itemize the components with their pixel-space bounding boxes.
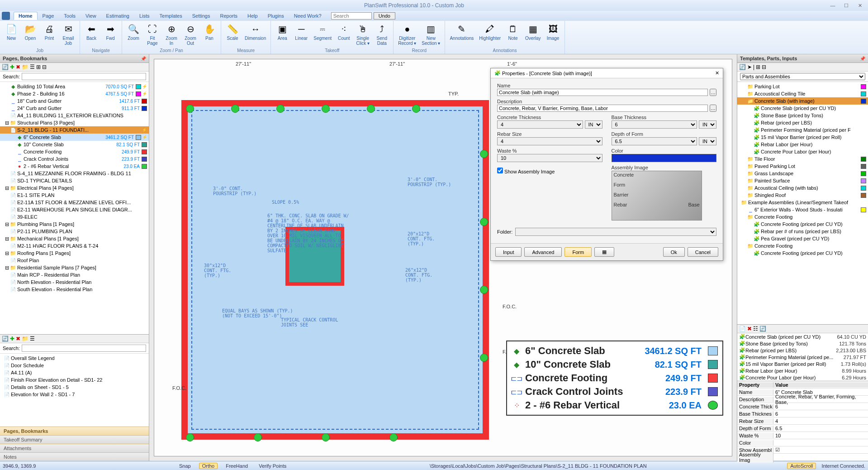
ribbon-fwd-button[interactable]: ➡Fwd (102, 22, 119, 42)
tree-row[interactable]: 2 - #6 Rebar Vertical23.0 EA (0, 163, 149, 170)
tree-row[interactable]: 🧩Concrete Footing (priced per CU YD) (737, 249, 868, 257)
tree-row[interactable]: 10" Concrete Slab82.1 SQ FT (0, 141, 149, 148)
ribbon-single-click--button[interactable]: 🖱Single Click ▾ (354, 22, 371, 47)
collapse-icon[interactable]: ⊟ (762, 64, 766, 70)
folder-icon[interactable]: 📁 (22, 336, 28, 342)
refresh-icon[interactable]: 🔄 (2, 64, 9, 70)
part-row[interactable]: 🧩 15 mil Vapor Barrier (priced per Roll)… (737, 360, 868, 367)
tree-row[interactable]: 🧩15 mil Vapor Barrier (priced per Roll) (737, 134, 868, 141)
menu-tab-estimating[interactable]: Estimating (101, 12, 134, 20)
tree-row[interactable]: 6" Concrete Slab3461.2 SQ FT⚡ (0, 134, 149, 141)
folder-select[interactable] (515, 228, 716, 236)
close-button[interactable]: ✕ (854, 2, 866, 9)
props-icon[interactable]: ☷ (753, 326, 758, 332)
freehand-toggle[interactable]: FreeHand (223, 463, 251, 469)
refresh-icon[interactable]: 🔄 (759, 326, 766, 332)
property-row[interactable]: Base Thicknes6 (737, 410, 868, 417)
tree-row[interactable]: Main RCP - Residential Plan (0, 271, 149, 278)
bookmarks-search-input[interactable] (22, 345, 146, 352)
tree-row[interactable]: 🧩Rebar Labor (per Hour) (737, 141, 868, 148)
tree-row[interactable]: ⊟Residential Sample Plans [7 Pages] (0, 264, 149, 271)
delete-icon[interactable]: ✖ (747, 326, 752, 332)
part-row[interactable]: 🧩 Rebar Labor (per Hour)8.99 Hours (737, 367, 868, 374)
expand-icon[interactable]: ⊞ (756, 64, 760, 70)
ribbon-highlighter-button[interactable]: 🖍Highlighter (477, 22, 503, 42)
accordion-attachments[interactable]: Attachments (0, 444, 149, 452)
ribbon-send-data-button[interactable]: ⤴Send Data (373, 22, 390, 47)
layout-button[interactable]: ▦ (594, 247, 614, 257)
new-icon[interactable]: 📄 (739, 326, 746, 332)
ribbon-digitizer-record--button[interactable]: ●Digitizer Record ▾ (396, 22, 418, 47)
maximize-button[interactable]: ☐ (840, 2, 853, 9)
color-picker[interactable] (612, 154, 717, 162)
cancel-button[interactable]: Cancel (688, 247, 718, 257)
tree-row[interactable]: 🧩Pea Gravel (priced per CU YD) (737, 235, 868, 242)
df-unit-select[interactable]: IN (699, 137, 716, 145)
snap-toggle[interactable]: Snap (176, 463, 194, 469)
part-row[interactable]: 🧩 Perimeter Forming Material (priced pe.… (737, 354, 868, 360)
ribbon-zoom-in-button[interactable]: ⊕Zoom In (163, 22, 180, 47)
tree-row[interactable]: 18" Curb and Gutter1417.6 FT (0, 97, 149, 105)
tree-row[interactable]: Tile Floor (737, 155, 868, 163)
accordion-notes[interactable]: Notes (0, 452, 149, 461)
menu-tab-page[interactable]: Page (38, 12, 59, 20)
tree-row[interactable]: 🧩Concrete Footing (priced per CU YD) (737, 221, 868, 228)
ribbon-image-button[interactable]: 🖼Image (545, 22, 562, 42)
assembly-root-select[interactable]: Parts and Assemblies (740, 73, 865, 80)
tree-row[interactable]: ⊟Structural Plans [3 Pages] (0, 119, 149, 126)
tree-row[interactable]: South Elevation - Residential Plan (0, 286, 149, 293)
part-row[interactable]: 🧩 Concrete Pour Labor (per Hour)6.29 Hou… (737, 374, 868, 381)
tree-row[interactable]: Concrete Footing (737, 242, 868, 249)
tree-row[interactable]: E2-11 WAREHOUSE PLAN SINGLE LINE DIAGR..… (0, 206, 149, 213)
name-more[interactable]: … (710, 89, 716, 96)
advanced-tab-button[interactable]: Advanced (524, 247, 562, 257)
tree-row[interactable]: ⊟Mechanical Plans [1 Pages] (0, 235, 149, 242)
ribbon-pan-button[interactable]: ✋Pan (201, 22, 218, 42)
ribbon-scale-button[interactable]: 📏Scale (224, 22, 241, 42)
part-row[interactable]: 🧩 Concrete Slab (priced per CU YD)64.10 … (737, 333, 868, 340)
pages-tree[interactable]: Building 10 Total Area7070.0 SQ FT⚡Phase… (0, 82, 149, 334)
collapse-icon[interactable]: ⊟ (42, 64, 47, 70)
menu-tab-view[interactable]: View (81, 12, 101, 20)
menu-tab-reports[interactable]: Reports (215, 12, 242, 20)
tree-row[interactable]: Parking Lot (737, 83, 868, 90)
ribbon-dimension-button[interactable]: ↔Dimension (243, 22, 268, 42)
tree-row[interactable]: Concrete Footing249.9 FT (0, 148, 149, 155)
input-tab-button[interactable]: Input (495, 247, 522, 257)
props-icon[interactable]: ☰ (30, 64, 35, 70)
description-field[interactable] (497, 105, 708, 112)
tree-row[interactable]: 🧩Rebar per # of runs (priced per LBS) (737, 228, 868, 235)
tree-row[interactable]: Grass Landscape (737, 170, 868, 177)
expand-icon[interactable]: ⊞ (36, 64, 41, 70)
tree-row[interactable]: Paved Parking Lot (737, 163, 868, 170)
ok-button[interactable]: Ok (663, 247, 685, 257)
tree-row[interactable]: ⊟Roofing Plans [1 Pages] (0, 249, 149, 257)
ribbon-area-button[interactable]: ▣Area (274, 22, 291, 42)
props-icon[interactable]: ☰ (30, 336, 35, 342)
waste-select[interactable]: 10 (497, 154, 602, 162)
tree-row[interactable]: Shingled Roof (737, 192, 868, 199)
tree-row[interactable]: 🧩Rebar (priced per LBS) (737, 119, 868, 126)
ribbon-note-button[interactable]: 🗒Note (504, 22, 522, 42)
menu-tab-help[interactable]: Help (242, 12, 263, 20)
menu-tab-home[interactable]: Home (14, 12, 38, 20)
ribbon-annotations-button[interactable]: ✎Annotations (448, 22, 475, 42)
property-row[interactable]: Assembly Imag (737, 454, 868, 461)
property-row[interactable]: Color (737, 439, 868, 446)
ribbon-print-button[interactable]: 🖨Print (41, 22, 58, 42)
desc-more[interactable]: … (710, 105, 716, 112)
tree-row[interactable]: Crack Control Joints223.9 FT (0, 155, 149, 163)
tree-row[interactable]: M2-11 HVAC FLOOR PLANS & T-24 (0, 242, 149, 249)
ribbon-count-button[interactable]: ⁖Count (335, 22, 352, 42)
tree-row[interactable]: A4_11 BUILDING 11_EXTERIOR ELEVATIONS (0, 112, 149, 119)
ribbon-linear-button[interactable]: ─Linear (293, 22, 310, 42)
refresh-icon[interactable]: 🔄 (2, 336, 9, 342)
tree-row[interactable]: 🧩Perimeter Forming Material (priced per … (737, 126, 868, 134)
menu-tab-tools[interactable]: Tools (59, 12, 81, 20)
property-row[interactable]: Waste %10 (737, 432, 868, 439)
ribbon-new-section--button[interactable]: ▥New Section ▾ (420, 22, 442, 47)
property-row[interactable]: Rebar Size4 (737, 417, 868, 425)
rebar-size-select[interactable]: 4 (497, 137, 602, 145)
tree-row[interactable]: Painted Surface (737, 177, 868, 184)
goto-icon[interactable]: ➤ (747, 64, 752, 70)
